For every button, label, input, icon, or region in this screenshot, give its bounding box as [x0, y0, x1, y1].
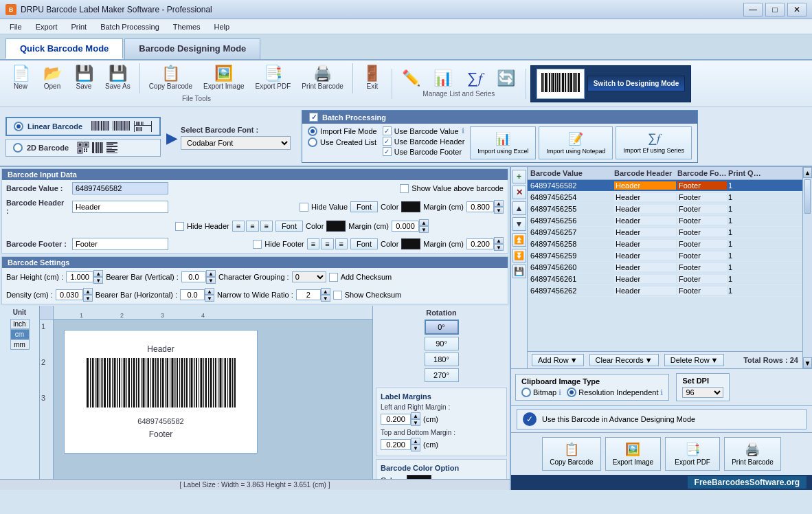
bitmap-help-icon[interactable]: ℹ [559, 388, 561, 397]
menu-help[interactable]: Help [207, 21, 237, 32]
table-row[interactable]: 64897456582 Header Footer 1 [528, 180, 802, 192]
bearer-bar-v-input[interactable] [181, 271, 206, 282]
table-row[interactable]: 64897456260 Header Footer 1 [528, 262, 802, 273]
bar-height-input[interactable] [66, 271, 93, 282]
narrow-wide-input[interactable] [296, 289, 321, 300]
scroll-down-button[interactable]: ▼ [803, 357, 812, 368]
table-top-button[interactable]: ⏫ [512, 233, 526, 247]
tab-barcode-designing[interactable]: Barcode Designing Mode [124, 38, 260, 59]
header-color-swatch2[interactable] [326, 221, 346, 232]
copy-barcode-bottom-button[interactable]: 📋 Copy Barcode [542, 437, 600, 471]
print-barcode-button[interactable]: 🖨️ Print Barcode [297, 63, 348, 93]
manage-btn-3[interactable]: ∑𝑓 [460, 68, 490, 89]
manage-btn-2[interactable]: 📊 [428, 68, 458, 89]
tb-margin-down[interactable]: ▼ [411, 445, 420, 451]
save-as-button[interactable]: 💾 Save As [100, 63, 135, 93]
header-margin-down[interactable]: ▼ [494, 207, 504, 214]
minimize-button[interactable]: — [743, 3, 763, 16]
new-button[interactable]: 📄 New [5, 63, 36, 93]
font-select[interactable]: Codabar Font [181, 136, 291, 150]
hide-footer-checkbox[interactable] [253, 240, 262, 249]
menu-print[interactable]: Print [65, 21, 94, 32]
use-barcode-footer-checkbox[interactable] [383, 147, 392, 156]
rotation-180-button[interactable]: 180° [425, 353, 459, 366]
tb-margin-input[interactable] [381, 439, 411, 450]
density-down[interactable]: ▼ [83, 295, 93, 302]
switch-designing-mode-button[interactable]: Switch to Designing Mode [587, 76, 685, 91]
scroll-thumb[interactable] [804, 179, 811, 214]
resolution-radio[interactable] [567, 388, 576, 397]
bearer-bar-v-up[interactable]: ▲ [206, 270, 216, 277]
menu-export[interactable]: Export [29, 21, 65, 32]
table-add-button[interactable]: + [512, 170, 526, 183]
align-center-btn[interactable]: ≡ [246, 221, 258, 232]
manage-btn-4[interactable]: 🔄 [491, 68, 521, 89]
density-up[interactable]: ▲ [83, 288, 93, 295]
use-created-list-radio[interactable] [308, 137, 317, 147]
rotation-90-button[interactable]: 90° [425, 337, 459, 350]
footer-color-swatch[interactable] [401, 238, 420, 249]
bearer-bar-h-up[interactable]: ▲ [205, 288, 214, 295]
bearer-bar-v-down[interactable]: ▼ [206, 277, 216, 284]
footer-margin-up[interactable]: ▲ [494, 237, 504, 244]
table-row[interactable]: 64897456256 Header Footer 1 [528, 215, 802, 227]
open-button[interactable]: 📂 Open [37, 63, 67, 93]
exit-button[interactable]: 🚪 Exit [357, 63, 387, 93]
menu-batch-processing[interactable]: Batch Processing [93, 21, 166, 32]
footer-align-center[interactable]: ≡ [321, 238, 333, 249]
bitmap-radio[interactable] [521, 388, 531, 397]
barcode-header-input[interactable] [72, 201, 168, 213]
import-series-button[interactable]: ∑𝑓 Import Ef using Series [616, 126, 692, 159]
manage-btn-1[interactable]: ✏️ [396, 68, 427, 89]
batch-processing-checkbox[interactable] [309, 113, 318, 122]
table-row[interactable]: 64897456259 Header Footer 1 [528, 250, 802, 262]
footer-font-btn[interactable]: Font [350, 238, 378, 249]
linear-barcode-radio[interactable] [14, 122, 23, 131]
barcode-value-input[interactable] [72, 182, 168, 194]
rotation-0-button[interactable]: 0° [425, 320, 459, 335]
bearer-bar-h-input[interactable] [180, 289, 205, 300]
header-margin-up[interactable]: ▲ [494, 200, 504, 207]
linear-barcode-option[interactable]: Linear Barcode [5, 117, 161, 136]
dpi-select[interactable]: 96 [682, 387, 723, 398]
rotation-270-button[interactable]: 270° [425, 368, 459, 382]
table-row[interactable]: 64897456261 Header Footer 1 [528, 273, 802, 285]
header-font-btn2[interactable]: Font [275, 221, 303, 232]
align-right-btn[interactable]: ≡ [260, 221, 273, 232]
export-pdf-button[interactable]: 📑 Export PDF [251, 63, 296, 93]
bearer-bar-h-down[interactable]: ▼ [205, 295, 214, 302]
tab-quick-barcode[interactable]: Quick Barcode Mode [5, 38, 123, 59]
inch-unit-button[interactable]: inch [10, 319, 30, 329]
copy-barcode-button[interactable]: 📋 Copy Barcode [144, 63, 197, 93]
header-color-swatch[interactable] [401, 201, 420, 212]
import-file-radio[interactable] [308, 126, 317, 136]
save-button[interactable]: 💾 Save [69, 63, 99, 93]
use-barcode-value-checkbox[interactable] [383, 126, 392, 135]
resolution-help-icon[interactable]: ℹ [660, 388, 663, 397]
header-margin-down2[interactable]: ▼ [419, 226, 429, 233]
lr-margin-input[interactable] [381, 414, 411, 425]
footer-align-left[interactable]: ≡ [307, 238, 319, 249]
table-delete-button[interactable]: ✕ [512, 186, 526, 199]
export-image-bottom-button[interactable]: 🖼️ Export Image [605, 437, 661, 471]
header-margin-input[interactable] [466, 201, 494, 212]
show-value-checkbox[interactable] [400, 184, 409, 193]
print-barcode-bottom-button[interactable]: 🖨️ Print Barcode [724, 437, 781, 471]
export-image-button[interactable]: 🖼️ Export Image [199, 63, 249, 93]
add-row-button[interactable]: Add Row ▼ [532, 354, 584, 366]
export-pdf-bottom-button[interactable]: 📑 Export PDF [665, 437, 720, 471]
menu-file[interactable]: File [3, 21, 29, 32]
clear-records-button[interactable]: Clear Records ▼ [589, 354, 659, 366]
narrow-wide-up[interactable]: ▲ [321, 288, 330, 295]
bar-height-down[interactable]: ▼ [93, 277, 103, 284]
maximize-button[interactable]: □ [765, 3, 785, 16]
scroll-up-button[interactable]: ▲ [803, 167, 812, 178]
table-row[interactable]: 64897456258 Header Footer 1 [528, 238, 802, 250]
2d-barcode-option[interactable]: 2D Barcode [5, 139, 161, 157]
header-margin-input2[interactable] [392, 221, 419, 232]
table-row[interactable]: 64897456254 Header Footer 1 [528, 192, 802, 203]
table-scrollbar[interactable]: ▲ ▼ [802, 167, 812, 368]
menu-themes[interactable]: Themes [166, 21, 207, 32]
density-input[interactable] [56, 289, 83, 300]
close-button[interactable]: ✕ [787, 3, 807, 16]
